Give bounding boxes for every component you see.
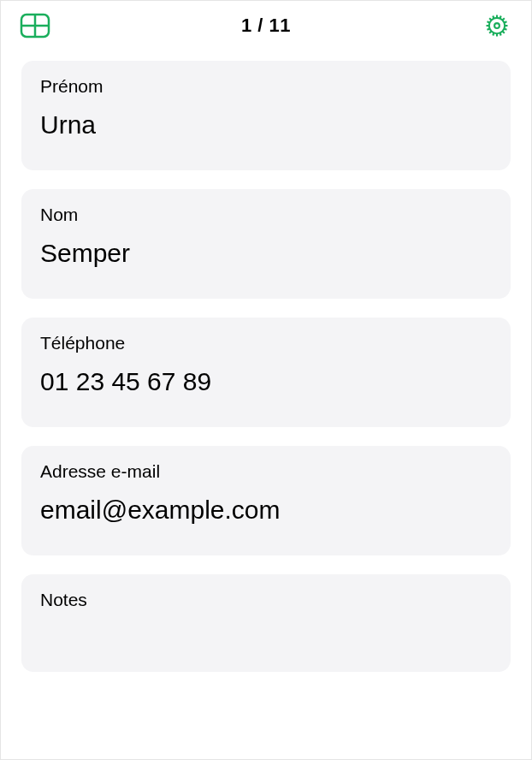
svg-line-9 xyxy=(489,18,491,20)
svg-line-16 xyxy=(504,21,506,22)
page-counter: 1 / 11 xyxy=(241,15,291,37)
field-telephone[interactable]: Téléphone xyxy=(21,318,511,427)
field-label: Notes xyxy=(40,590,492,610)
svg-line-13 xyxy=(493,16,494,19)
grid-icon xyxy=(20,13,50,39)
svg-point-4 xyxy=(494,23,499,28)
field-label: Nom xyxy=(40,205,492,225)
field-email[interactable]: Adresse e-mail xyxy=(21,446,511,555)
telephone-input[interactable] xyxy=(40,367,492,396)
field-nom[interactable]: Nom xyxy=(21,189,511,299)
svg-line-19 xyxy=(487,21,489,22)
svg-line-20 xyxy=(504,29,506,30)
field-prenom[interactable]: Prénom xyxy=(21,61,511,170)
field-label: Téléphone xyxy=(40,333,492,353)
svg-line-18 xyxy=(493,33,494,35)
gear-icon xyxy=(482,13,512,39)
grid-view-button[interactable] xyxy=(20,13,50,39)
form-content: Prénom Nom Téléphone Adresse e-mail Note… xyxy=(1,50,531,672)
nom-input[interactable] xyxy=(40,239,492,268)
field-notes[interactable]: Notes xyxy=(21,574,511,672)
svg-line-14 xyxy=(499,33,500,35)
settings-button[interactable] xyxy=(482,13,512,39)
field-label: Adresse e-mail xyxy=(40,461,492,482)
prenom-input[interactable] xyxy=(40,110,492,140)
svg-line-17 xyxy=(499,16,500,19)
header: 1 / 11 xyxy=(1,1,531,50)
svg-line-11 xyxy=(489,32,491,33)
notes-input[interactable] xyxy=(40,624,492,653)
email-input[interactable] xyxy=(40,496,492,525)
field-label: Prénom xyxy=(40,76,492,97)
svg-line-12 xyxy=(502,18,504,20)
svg-line-15 xyxy=(487,29,489,30)
svg-point-3 xyxy=(489,18,505,33)
svg-line-10 xyxy=(502,32,504,33)
